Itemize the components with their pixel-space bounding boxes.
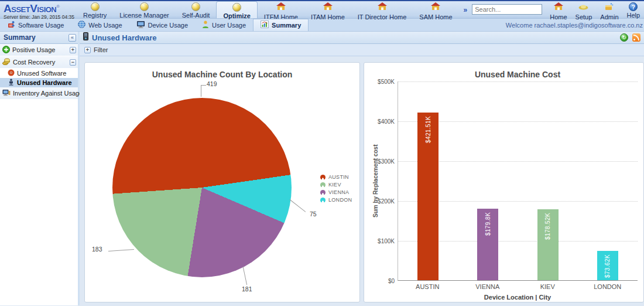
- nav-item-itfm-home[interactable]: ITFM Home: [258, 1, 304, 18]
- legend-item-vienna[interactable]: VIENNA: [320, 189, 352, 195]
- sidebar-item-positive-usage[interactable]: Positive Usage +: [0, 44, 78, 56]
- pie-value-austin: 419: [207, 80, 217, 87]
- util-item-help[interactable]: ? Help: [623, 1, 644, 18]
- sidebar-collapse-button[interactable]: «: [68, 34, 76, 42]
- search-input[interactable]: [472, 4, 542, 15]
- web-usage-icon: [78, 20, 85, 30]
- positive-usage-icon: [2, 46, 10, 55]
- bar[interactable]: $73.62K: [597, 251, 618, 280]
- x-category-label: LONDON: [578, 283, 638, 290]
- nav-item-sam-home[interactable]: SAM Home: [413, 1, 458, 18]
- tab-software-usage[interactable]: Software Usage: [0, 19, 71, 31]
- leader-line-vienna: [243, 266, 248, 285]
- registry-icon: [91, 2, 100, 11]
- x-category-label: VIENNA: [458, 283, 518, 290]
- help-icon: ?: [629, 2, 638, 11]
- itam-home-icon: [323, 2, 333, 13]
- bar[interactable]: $421.51K: [417, 113, 439, 280]
- util-item-home[interactable]: Home: [546, 1, 571, 18]
- sidebar-item-unused-software[interactable]: Unused Software: [0, 69, 78, 78]
- filter-label: Filter: [94, 46, 108, 53]
- util-item-setup[interactable]: Setup: [571, 1, 597, 18]
- nav-item-registry[interactable]: Registry: [77, 1, 113, 18]
- bar-cell-london: $73.62K: [578, 81, 638, 280]
- bar-y-axis-title: Sum by Replacement cost: [372, 81, 379, 281]
- nav-item-license-manager[interactable]: License Manager: [113, 1, 175, 18]
- legend-swatch: [320, 190, 326, 195]
- inventory-against-usage-icon: [2, 89, 11, 97]
- logo-block: AssetVision® Server time: Jan 29, 2015 0…: [0, 1, 77, 18]
- page-title: Unused Hardware: [92, 33, 157, 42]
- nav-item-optimize[interactable]: Optimize: [216, 1, 257, 18]
- bar-chart-title: Unused Machine Cost: [398, 70, 638, 79]
- nav-item-self-audit[interactable]: Self-Audit: [176, 1, 217, 18]
- pie[interactable]: [112, 98, 292, 277]
- registered-mark: ®: [56, 4, 59, 9]
- server-icon: [83, 32, 88, 43]
- leader-line-austin: [201, 85, 206, 97]
- nav-item-it-director-home[interactable]: IT Director Home: [351, 1, 413, 18]
- software-usage-icon: [7, 20, 15, 30]
- x-category-label: AUSTIN: [398, 283, 458, 290]
- y-tick: $300K: [368, 158, 395, 165]
- unused-software-icon: [8, 69, 15, 77]
- expand-positive-usage-button[interactable]: +: [70, 47, 76, 53]
- legend-item-kiev[interactable]: KIEV: [320, 182, 352, 188]
- main-panel: Unused Hardware ↻ + Filter Unused Machin…: [80, 32, 644, 305]
- header-actions: ↻: [620, 33, 640, 42]
- nav-overflow-button[interactable]: »: [459, 6, 472, 14]
- y-tick: $500K: [368, 79, 395, 85]
- user-usage-icon: [202, 20, 209, 30]
- bar-value-label: $179.8K: [485, 212, 491, 236]
- tab-device-usage[interactable]: Device Usage: [129, 19, 195, 31]
- top-nav-bar: AssetVision® Server time: Jan 29, 2015 0…: [0, 1, 644, 19]
- legend-swatch: [320, 182, 326, 188]
- sidebar-tree: Positive Usage + Cost Recovery − Unused …: [0, 44, 78, 100]
- filter-expand-button[interactable]: +: [84, 47, 91, 53]
- top-nav-items: Registry License Manager Self-Audit Opti…: [77, 1, 459, 18]
- y-tick: $400K: [368, 118, 395, 125]
- leader-line-kiev: [108, 249, 134, 251]
- optimize-icon: [232, 3, 241, 12]
- filter-bar: + Filter: [80, 44, 644, 56]
- refresh-globe-icon[interactable]: ↻: [620, 33, 628, 42]
- y-tick: $0: [368, 278, 395, 284]
- pie-legend: AUSTIN KIEV VIENNA LONDON: [320, 174, 352, 203]
- cost-recovery-icon: [2, 58, 11, 66]
- main-header: Unused Hardware ↻: [80, 32, 644, 44]
- tab-user-usage[interactable]: User Usage: [195, 19, 253, 31]
- bar-cell-vienna: $179.8K: [458, 81, 518, 280]
- tab-web-usage[interactable]: Web Usage: [71, 19, 129, 31]
- bar[interactable]: $178.52K: [537, 209, 559, 280]
- legend-item-london[interactable]: LONDON: [320, 197, 352, 203]
- nav-item-itam-home[interactable]: ITAM Home: [304, 1, 351, 18]
- collapse-cost-recovery-button[interactable]: −: [70, 59, 76, 66]
- bar-cell-austin: $421.51K: [398, 81, 458, 280]
- pie-value-vienna: 181: [242, 285, 252, 293]
- charts-area: Unused Machine Count By Location 419 75 …: [80, 56, 644, 305]
- sidebar-header: Summary «: [0, 32, 78, 44]
- bar[interactable]: $179.8K: [477, 209, 498, 280]
- bar-cell-kiev: $178.52K: [518, 81, 578, 280]
- leader-line-london: [290, 199, 306, 212]
- sidebar-item-inventory-against-usage[interactable]: Inventory Against Usage +: [0, 87, 78, 100]
- util-item-admin[interactable]: Admin: [596, 1, 622, 18]
- rss-icon[interactable]: [632, 33, 640, 42]
- app-logo: AssetVision®: [4, 2, 74, 14]
- setup-icon: [578, 2, 588, 13]
- work-area: Summary « Positive Usage + Cost Recovery…: [0, 32, 644, 305]
- tab-summary[interactable]: Summary: [253, 19, 309, 31]
- sub-nav-bar: Software Usage Web Usage Device Usage Us…: [0, 19, 644, 32]
- x-category-label: KIEV: [518, 283, 578, 290]
- bar-value-label: $73.62K: [604, 254, 611, 278]
- search-wrap: [472, 4, 542, 15]
- sidebar-item-cost-recovery[interactable]: Cost Recovery −: [0, 56, 78, 69]
- sidebar-item-unused-hardware[interactable]: Unused Hardware: [0, 78, 78, 87]
- bar-value-label: $178.52K: [544, 213, 551, 240]
- summary-icon: [261, 20, 269, 30]
- legend-item-austin[interactable]: AUSTIN: [320, 174, 352, 180]
- sam-home-icon: [431, 2, 440, 13]
- device-usage-icon: [136, 20, 145, 30]
- legend-swatch: [320, 175, 326, 180]
- bar-chart-card: Unused Machine Cost Sum by Replacement c…: [364, 62, 644, 302]
